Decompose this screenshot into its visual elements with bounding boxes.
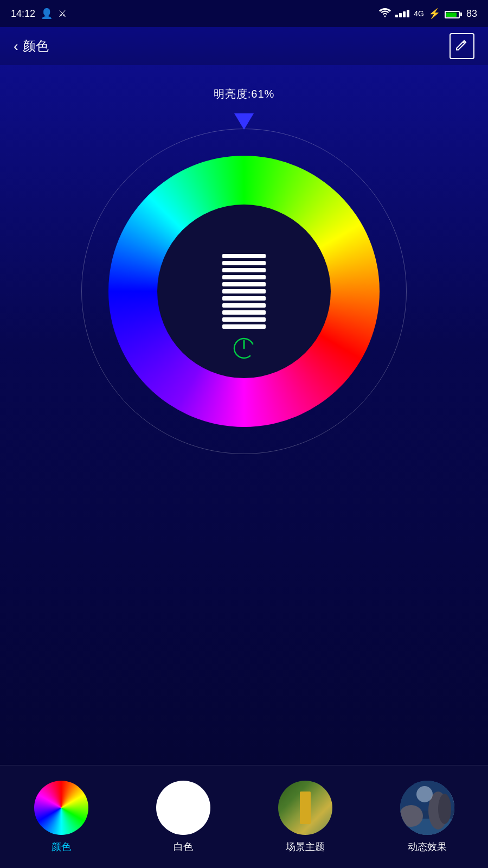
lightning-icon: ⚡ [428,8,440,20]
header: ‹ 颜色 [0,27,488,65]
svg-point-9 [416,786,433,802]
color-wheel-container[interactable] [76,123,412,459]
bar-7 [222,296,266,301]
color-wheel[interactable] [108,156,380,427]
bar-4 [222,275,266,279]
brightness-indicator [234,113,254,130]
usb-icon: ⚔ [58,8,67,20]
bottom-nav: 颜色 白色 场景主题 动态效果 [0,765,488,868]
bar-1 [222,254,266,258]
dynamic-thumb [400,781,454,835]
back-button[interactable]: ‹ 颜色 [14,37,49,55]
page-title: 颜色 [23,37,49,55]
bar-2 [222,261,266,265]
white-thumb [156,781,210,835]
brightness-label: 明亮度:61% [214,87,275,101]
battery-icon [445,8,462,20]
edit-button[interactable] [450,33,474,59]
wifi-icon [379,8,391,20]
nav-label-scene: 场景主题 [286,840,325,853]
status-bar: 14:12 👤 ⚔ 4G ⚡ [0,0,488,27]
signal-icon [395,10,409,17]
bar-6 [222,289,266,293]
color-thumb [34,781,88,835]
inner-circle [157,205,331,378]
network-type: 4G [414,9,424,18]
nav-item-scene[interactable]: 场景主题 [278,781,332,853]
status-time: 14:12 [11,8,35,20]
bar-10 [222,317,266,322]
svg-point-7 [438,794,451,824]
bar-11 [222,324,266,329]
power-button[interactable] [230,335,258,362]
bar-5 [222,282,266,286]
nav-label-dynamic: 动态效果 [408,840,447,853]
bar-3 [222,268,266,272]
svg-point-8 [400,805,423,827]
nav-item-dynamic[interactable]: 动态效果 [400,781,454,853]
bar-8 [222,303,266,308]
nav-label-color: 颜色 [52,840,71,853]
main-content: 明亮度:61% [0,65,488,765]
person-icon: 👤 [41,8,53,20]
brightness-bars [222,254,266,329]
back-icon: ‹ [14,38,18,55]
battery-percent: 83 [466,8,477,20]
nav-item-white[interactable]: 白色 [156,781,210,853]
bar-9 [222,310,266,315]
nav-label-white: 白色 [174,840,193,853]
svg-point-0 [384,16,386,17]
scene-thumb [278,781,332,835]
nav-item-color[interactable]: 颜色 [34,781,88,853]
